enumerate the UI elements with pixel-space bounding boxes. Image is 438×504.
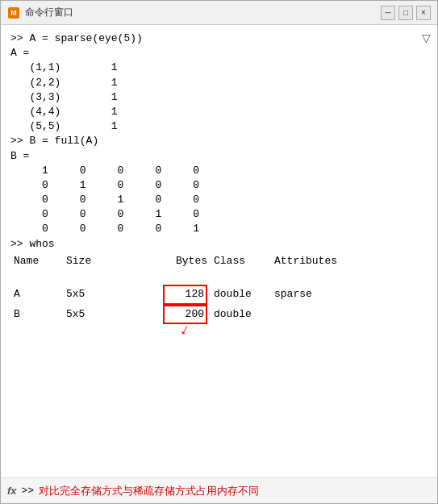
minimize-button[interactable]: ─ [381,6,395,20]
close-button[interactable]: × [416,6,431,20]
matrix-row-1: 1 0 0 0 0 [10,164,428,178]
whos-command: >> whos [10,237,428,252]
maximize-button[interactable]: □ [398,6,413,20]
console-output[interactable]: >> A = sparse(eye(5)) A = (1,1) 1 (2,2) … [1,25,437,477]
matrix-row-5: 0 0 0 0 1 [10,222,428,236]
b-command: >> B = full(A) [10,134,428,148]
col-header-name: Name [14,253,66,270]
bottom-prompt: >> [22,485,35,497]
a-eq-line: A = [10,46,428,60]
whos-a-size: 5x5 [66,286,163,303]
annotation-area: ↑ [10,327,428,344]
sparse-entry-3: (3,3) 1 [10,90,428,105]
whos-header-row: Name Size Bytes Class Attributes [10,253,428,270]
whos-a-class: double [214,286,274,303]
window-title: 命令行窗口 [25,6,381,19]
matrix-row-4: 0 0 0 1 0 [10,207,428,222]
whos-b-name: B [14,306,66,323]
whos-a-name: A [14,286,66,303]
whos-b-size: 5x5 [66,306,163,323]
matlab-window: M 命令行窗口 ─ □ × ▽ >> A = sparse(eye(5)) A … [0,0,438,504]
sparse-entry-2: (2,2) 1 [10,76,428,90]
whos-a-attributes: sparse [274,286,347,303]
whos-row-a: A 5x5 128 double sparse [10,285,428,305]
annotation-text: 对比完全存储方式与稀疏存储方式占用内存不同 [39,484,259,498]
app-icon: M [7,6,20,19]
sparse-entry-1: (1,1) 1 [10,60,428,75]
col-header-bytes: Bytes [163,253,207,270]
whos-spacer [10,270,428,285]
bottom-bar: fx >> 对比完全存储方式与稀疏存储方式占用内存不同 [1,477,437,503]
fx-label: fx [7,485,17,497]
sparse-entry-4: (4,4) 1 [10,105,428,119]
sparse-entry-5: (5,5) 1 [10,119,428,134]
matrix-row-3: 0 0 1 0 0 [10,193,428,207]
col-header-attributes: Attributes [274,253,347,270]
content-area: ▽ >> A = sparse(eye(5)) A = (1,1) 1 (2,2… [1,25,437,477]
col-header-class: Class [214,253,274,270]
col-header-size: Size [66,253,163,270]
sparse-command: >> A = sparse(eye(5)) [10,31,428,46]
whos-row-b: B 5x5 200 double [10,305,428,325]
whos-b-class: double [214,306,274,323]
matrix-row-2: 0 1 0 0 0 [10,178,428,193]
whos-a-bytes: 128 [163,285,207,305]
title-bar: M 命令行窗口 ─ □ × [1,1,437,25]
matlab-logo: M [8,7,19,19]
b-eq-line: B = [10,149,428,164]
window-controls: ─ □ × [381,6,431,20]
